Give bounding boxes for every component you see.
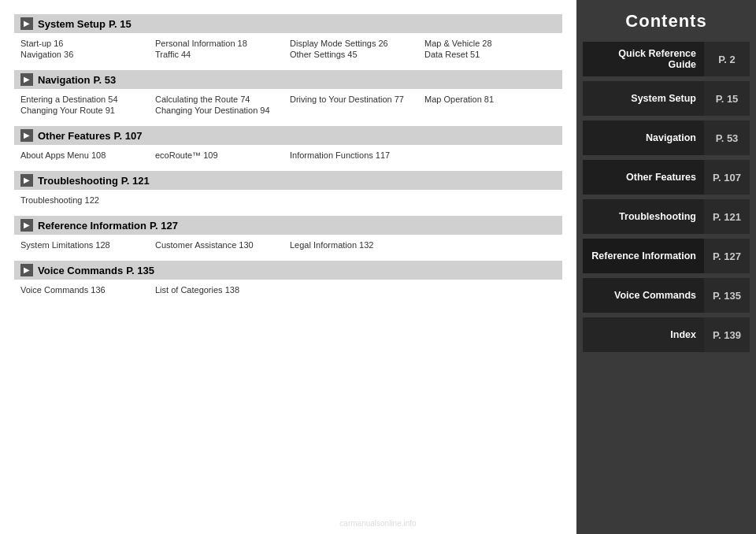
list-item: Map & Vehicle 28 [424,39,556,48]
arrow-icon: ▶ [20,17,33,30]
section-title: Reference Information [38,220,146,232]
section-items: Voice Commands 136List of Categories 138 [14,283,562,298]
sidebar-item-other-features[interactable]: Other FeaturesP. 107 [583,160,750,195]
list-item: List of Categories 138 [155,285,287,295]
sidebar-item-page: P. 121 [704,199,750,234]
sidebar-item-page: P. 135 [704,278,750,313]
section-header-system-setup: ▶System SetupP. 15 [14,14,562,33]
list-item [424,150,556,160]
section-items: Entering a Destination 54Calculating the… [14,92,562,118]
list-item [290,285,421,295]
list-item: Data Reset 51 [424,50,556,59]
section-page: P. 121 [121,175,150,187]
sidebar-item-label: Index [583,329,704,340]
section-navigation: ▶NavigationP. 53Entering a Destination 5… [14,70,562,118]
sidebar-item-voice-commands[interactable]: Voice CommandsP. 135 [583,278,750,313]
list-item [424,195,556,205]
list-item [424,240,556,250]
list-item: System Limitations 128 [20,240,152,250]
list-item: Traffic 44 [155,50,287,59]
sidebar-item-label: Other Features [583,172,704,183]
list-item [155,195,287,205]
list-item [424,106,556,115]
section-items: About Apps Menu 108ecoRoute™ 109Informat… [14,148,562,163]
sidebar-item-page: P. 2 [704,42,750,76]
arrow-icon: ▶ [20,174,33,187]
list-item: Display Mode Settings 26 [290,39,421,48]
section-title: Voice Commands [38,265,123,276]
sidebar-item-label: Troubleshooting [583,211,704,222]
sidebar-item-page: P. 53 [704,121,750,155]
sidebar-item-label: Navigation [583,132,704,143]
sidebar-item-navigation[interactable]: NavigationP. 53 [583,121,750,155]
section-page: P. 107 [113,130,142,142]
list-item: Voice Commands 136 [20,285,152,295]
list-item: ecoRoute™ 109 [155,150,287,160]
section-header-troubleshooting: ▶TroubleshootingP. 121 [14,171,562,190]
section-items: Troubleshooting 122 [14,193,562,208]
sidebar-item-reference-information[interactable]: Reference InformationP. 127 [583,239,750,273]
section-reference-information: ▶Reference InformationP. 127System Limit… [14,216,562,253]
list-item [290,106,421,115]
section-voice-commands: ▶Voice CommandsP. 135Voice Commands 136L… [14,261,562,298]
list-item [290,195,421,205]
section-page: P. 15 [109,18,132,30]
list-item: Changing Your Route 91 [20,106,152,115]
section-title: System Setup [38,18,106,30]
list-item: Calculating the Route 74 [155,95,287,104]
watermark: carmanualsonline.info [102,519,654,528]
sidebar-item-index[interactable]: IndexP. 139 [583,317,750,352]
sidebar: Contents Quick Reference GuideP. 2System… [576,0,756,534]
list-item: Navigation 36 [20,50,152,59]
sidebar-item-label: System Setup [583,93,704,104]
section-items: Start-up 16Personal Information 18Displa… [14,36,562,62]
list-item: Information Functions 117 [290,150,421,160]
sidebar-item-troubleshooting[interactable]: TroubleshootingP. 121 [583,199,750,234]
sidebar-item-label: Quick Reference Guide [583,48,704,70]
list-item: Legal Information 132 [290,240,421,250]
sidebar-item-label: Voice Commands [583,290,704,301]
section-title: Navigation [38,74,90,86]
list-item: Other Settings 45 [290,50,421,59]
sidebar-item-page: P. 139 [704,317,750,352]
list-item: About Apps Menu 108 [20,150,152,160]
section-title: Other Features [38,130,110,142]
list-item [424,285,556,295]
section-header-navigation: ▶NavigationP. 53 [14,70,562,89]
arrow-icon: ▶ [20,264,33,276]
section-page: P. 135 [126,265,154,276]
sidebar-item-label: Reference Information [583,250,704,261]
sidebar-item-page: P. 15 [704,81,750,116]
section-page: P. 53 [93,74,116,86]
section-header-reference-information: ▶Reference InformationP. 127 [14,216,562,235]
main-content: ▶System SetupP. 15Start-up 16Personal In… [0,0,576,534]
arrow-icon: ▶ [20,73,33,86]
sidebar-item-system-setup[interactable]: System SetupP. 15 [583,81,750,116]
list-item: Troubleshooting 122 [20,195,152,205]
section-header-other-features: ▶Other FeaturesP. 107 [14,126,562,145]
sidebar-title: Contents [576,0,756,39]
section-header-voice-commands: ▶Voice CommandsP. 135 [14,261,562,280]
section-other-features: ▶Other FeaturesP. 107About Apps Menu 108… [14,126,562,163]
list-item: Personal Information 18 [155,39,287,48]
sidebar-item-page: P. 127 [704,239,750,273]
list-item: Map Operation 81 [424,95,556,104]
section-items: System Limitations 128Customer Assistanc… [14,238,562,253]
arrow-icon: ▶ [20,129,33,142]
list-item: Entering a Destination 54 [20,95,152,104]
section-page: P. 127 [150,220,178,232]
section-troubleshooting: ▶TroubleshootingP. 121Troubleshooting 12… [14,171,562,208]
list-item: Start-up 16 [20,39,152,48]
list-item: Customer Assistance 130 [155,240,287,250]
section-title: Troubleshooting [38,175,118,187]
list-item: Changing Your Destination 94 [155,106,287,115]
arrow-icon: ▶ [20,219,33,232]
list-item: Driving to Your Destination 77 [290,95,421,104]
section-system-setup: ▶System SetupP. 15Start-up 16Personal In… [14,14,562,62]
sidebar-item-quick-reference[interactable]: Quick Reference GuideP. 2 [583,42,750,76]
sidebar-item-page: P. 107 [704,160,750,195]
